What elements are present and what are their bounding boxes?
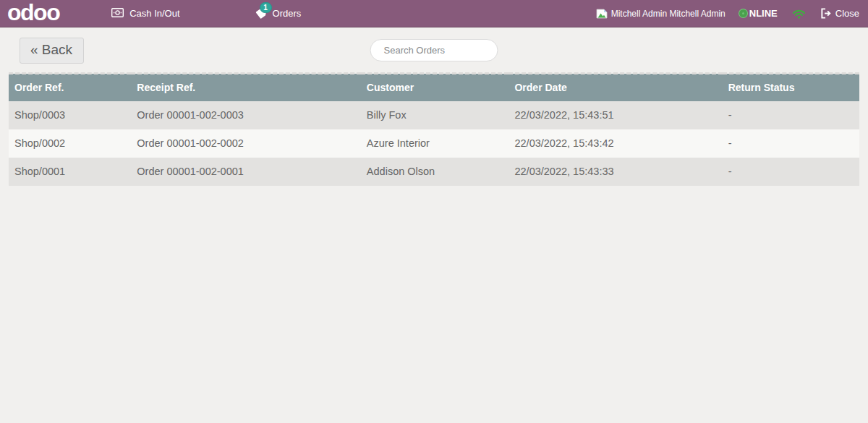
order-ref-cell: Shop/0001 bbox=[9, 158, 131, 186]
orders-badge: 1 bbox=[260, 2, 272, 13]
top-navbar: odoo Cash In/Out 1 Orders bbox=[0, 0, 868, 27]
wifi-icon[interactable] bbox=[791, 7, 807, 20]
close-session-button[interactable]: Close bbox=[820, 8, 859, 19]
column-header: Receipt Ref. bbox=[131, 74, 361, 102]
order-row[interactable]: Shop/0003 Order 00001-002-0003 Billy Fox… bbox=[9, 101, 859, 129]
sign-out-icon bbox=[820, 8, 831, 19]
cash-in-out-label: Cash In/Out bbox=[129, 8, 179, 19]
column-header: Customer bbox=[361, 74, 509, 102]
orders-table: Order Ref.Receipt Ref.CustomerOrder Date… bbox=[9, 72, 859, 186]
odoo-logo[interactable]: odoo bbox=[7, 1, 59, 26]
order-ref-cell: Shop/0003 bbox=[9, 101, 131, 129]
order-row[interactable]: Shop/0002 Order 00001-002-0002 Azure Int… bbox=[9, 129, 859, 158]
customer-cell: Billy Fox bbox=[361, 101, 509, 129]
back-button[interactable]: « Back bbox=[20, 38, 84, 64]
customer-cell: Azure Interior bbox=[361, 129, 509, 158]
column-header: Order Ref. bbox=[9, 74, 131, 102]
orders-label: Orders bbox=[273, 8, 302, 19]
orders-toolbar: « Back bbox=[0, 27, 868, 72]
return-status-cell: - bbox=[723, 101, 859, 129]
column-header: Order Date bbox=[509, 74, 722, 102]
orders-table-header: Order Ref.Receipt Ref.CustomerOrder Date… bbox=[9, 74, 859, 102]
order-date-cell: 22/03/2022, 15:43:42 bbox=[509, 129, 722, 158]
banknote-icon bbox=[111, 8, 124, 20]
return-status-cell: - bbox=[723, 129, 859, 158]
ticket-tag-icon: 1 bbox=[255, 7, 267, 20]
status-label: NLINE bbox=[749, 8, 778, 19]
order-date-cell: 22/03/2022, 15:43:51 bbox=[509, 101, 722, 129]
receipt-ref-cell: Order 00001-002-0001 bbox=[131, 158, 361, 186]
cash-in-out-button[interactable]: Cash In/Out bbox=[111, 8, 179, 20]
user-menu[interactable]: Mitchell Admin Mitchell Admin bbox=[596, 9, 726, 19]
connection-status[interactable]: NLINE bbox=[739, 8, 778, 19]
receipt-ref-cell: Order 00001-002-0002 bbox=[131, 129, 361, 158]
column-header: Return Status bbox=[723, 74, 859, 102]
search-orders-input[interactable] bbox=[370, 39, 498, 61]
order-ref-cell: Shop/0002 bbox=[9, 129, 131, 158]
order-row[interactable]: Shop/0001 Order 00001-002-0001 Addison O… bbox=[9, 158, 859, 186]
orders-button[interactable]: 1 Orders bbox=[255, 7, 302, 20]
close-label: Close bbox=[835, 8, 859, 19]
navbar-right-group: Mitchell Admin Mitchell Admin NLINE Clos… bbox=[596, 7, 859, 20]
order-date-cell: 22/03/2022, 15:43:33 bbox=[509, 158, 722, 186]
online-dot-icon bbox=[739, 9, 747, 17]
broken-image-icon bbox=[596, 9, 608, 19]
username-label: Mitchell Admin Mitchell Admin bbox=[611, 9, 726, 19]
customer-cell: Addison Olson bbox=[361, 158, 509, 186]
return-status-cell: - bbox=[723, 158, 859, 186]
receipt-ref-cell: Order 00001-002-0003 bbox=[131, 101, 361, 129]
